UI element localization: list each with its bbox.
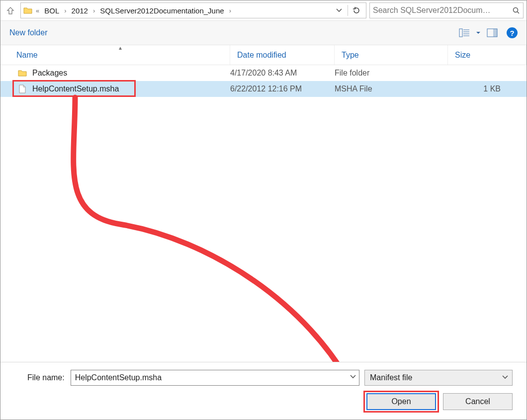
breadcrumb-item[interactable]: 2012 [70,5,90,16]
refresh-icon [352,6,360,14]
breadcrumb-item[interactable]: BOL [42,5,61,16]
filename-value: HelpContentSetup.msha [75,373,162,382]
refresh-button[interactable] [349,6,364,14]
new-folder-button[interactable]: New folder [9,28,47,37]
open-button[interactable]: Open [366,393,436,410]
file-list: Packages 4/17/2020 8:43 AM File folder H… [0,65,527,347]
folder-icon [17,68,27,78]
breadcrumb-address-bar[interactable]: « BOL › 2012 › SQLServer2012Documentatio… [20,2,366,18]
caret-down-icon [476,30,481,35]
file-type-filter-value: Manifest file [370,373,412,382]
cancel-button[interactable]: Cancel [443,393,513,410]
column-header-name[interactable]: Name [0,45,230,65]
divider [348,5,348,16]
cancel-button-label: Cancel [465,397,490,406]
column-headers: ▴ Name Date modified Type Size [0,45,527,65]
chevron-right-icon[interactable]: › [91,7,97,14]
file-type: File folder [335,69,448,78]
folder-icon [23,5,33,15]
open-button-label: Open [391,397,411,406]
column-header-size[interactable]: Size [448,45,527,65]
filename-input[interactable]: HelpContentSetup.msha [71,370,359,386]
svg-rect-2 [459,29,462,37]
search-input[interactable]: Search SQLServer2012Docum… [369,2,524,18]
history-dropdown-button[interactable] [332,7,347,13]
file-name: HelpContentSetup.msha [32,84,119,93]
chevron-right-icon[interactable]: › [62,7,68,14]
file-date: 4/17/2020 8:43 AM [230,69,335,78]
breadcrumb-overflow[interactable]: « [34,7,41,14]
file-row[interactable]: HelpContentSetup.msha 6/22/2012 12:16 PM… [0,81,527,97]
file-type-filter[interactable]: Manifest file [364,370,513,386]
up-one-level-button[interactable] [3,2,17,18]
file-date: 6/22/2012 12:16 PM [230,84,335,93]
chevron-down-icon [502,374,508,380]
chevron-down-icon[interactable] [350,374,356,380]
help-button[interactable]: ? [507,27,518,38]
column-header-date[interactable]: Date modified [230,45,335,65]
svg-rect-8 [493,29,497,37]
breadcrumb-item[interactable]: SQLServer2012Documentation_June [98,5,226,16]
file-icon [17,84,27,94]
file-size: 1 KB [448,84,527,93]
sort-indicator-icon: ▴ [119,44,122,51]
svg-line-1 [518,12,520,14]
search-icon[interactable] [512,6,520,14]
dialog-toolbar: New folder ? [0,20,527,45]
file-type: MSHA File [335,84,448,93]
chevron-down-icon [336,7,342,13]
file-row[interactable]: Packages 4/17/2020 8:43 AM File folder [0,65,527,81]
address-search-bar: « BOL › 2012 › SQLServer2012Documentatio… [0,0,527,20]
filename-label: File name: [27,373,66,382]
change-view-button[interactable] [455,24,474,41]
preview-pane-button[interactable] [483,24,502,41]
svg-point-0 [514,8,518,12]
preview-pane-icon [487,28,498,37]
details-view-icon [459,28,470,37]
file-name: Packages [32,69,67,78]
view-dropdown-button[interactable] [474,24,483,41]
dialog-footer: File name: HelpContentSetup.msha Manifes… [0,362,527,420]
address-bar-controls [332,5,364,16]
column-header-type[interactable]: Type [335,45,448,65]
help-icon: ? [510,29,514,37]
chevron-right-icon[interactable]: › [227,7,233,14]
arrow-up-icon [6,6,15,15]
search-placeholder: Search SQLServer2012Docum… [373,6,512,15]
